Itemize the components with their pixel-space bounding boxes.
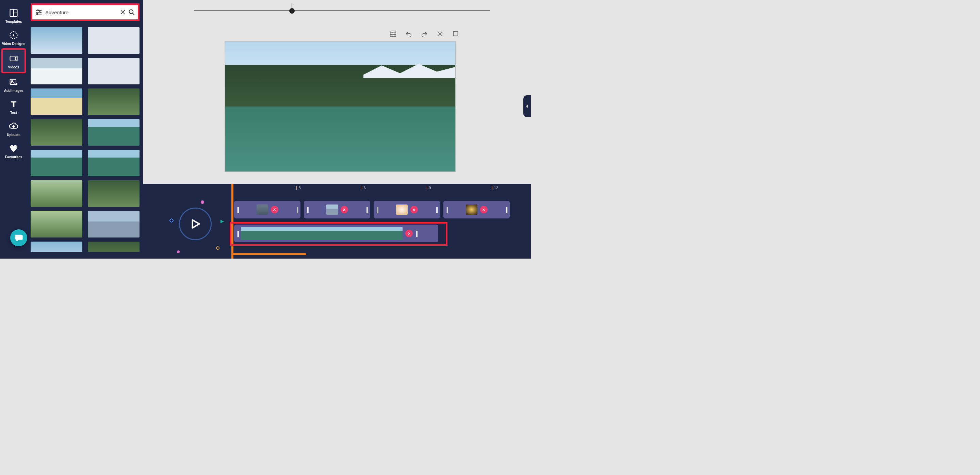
redo-icon[interactable]	[421, 30, 428, 37]
search-icon[interactable]	[128, 9, 135, 16]
timeline-clip[interactable]: ||||	[234, 225, 438, 242]
timeline-clip[interactable]: ||||	[443, 201, 510, 218]
sidebar-item-video-designs[interactable]: Video Designs	[2, 26, 26, 48]
clip-handle-left[interactable]: ||	[307, 206, 308, 214]
video-thumbnail[interactable]	[30, 119, 82, 146]
filter-icon[interactable]	[35, 8, 43, 16]
ruler-mark: 3	[298, 186, 301, 190]
sidebar-item-label: Add Images	[4, 89, 24, 92]
time-scrubber[interactable]	[194, 10, 490, 11]
templates-icon	[9, 8, 18, 18]
clip-handle-right[interactable]: ||	[296, 206, 298, 214]
svg-marker-34	[192, 220, 199, 228]
clip-frame	[370, 227, 402, 240]
heart-icon	[9, 144, 18, 153]
video-thumbnail[interactable]	[30, 150, 82, 176]
clip-handle-left[interactable]: ||	[446, 206, 447, 214]
clip-handle-right[interactable]: ||	[436, 206, 437, 214]
sidebar-item-label: Text	[10, 111, 17, 115]
timeline-clip[interactable]: ||||	[304, 201, 370, 218]
video-thumbnail[interactable]	[30, 241, 82, 252]
grid-icon[interactable]	[389, 30, 397, 37]
canvas-area	[143, 0, 531, 184]
time-scrubber-knob[interactable]	[292, 3, 292, 10]
video-thumbnail[interactable]	[88, 119, 140, 146]
clip-handle-left[interactable]: ||	[376, 206, 378, 214]
video-thumbnail[interactable]	[88, 150, 140, 176]
clip-delete-button[interactable]	[405, 230, 413, 237]
sidebar-item-templates[interactable]: Templates	[2, 4, 26, 26]
svg-point-14	[39, 11, 40, 13]
text-icon	[9, 99, 18, 109]
search-bar	[30, 3, 140, 21]
sidebar-item-add-images[interactable]: Add Images	[2, 73, 26, 95]
video-thumbnail[interactable]	[88, 211, 140, 237]
sidebar-item-uploads[interactable]: Uploads	[2, 118, 26, 140]
svg-point-32	[177, 250, 180, 253]
clip-delete-button[interactable]	[480, 206, 488, 213]
svg-point-16	[37, 14, 38, 15]
video-thumbnail[interactable]	[88, 89, 140, 115]
svg-rect-21	[390, 31, 396, 37]
clip-delete-button[interactable]	[410, 206, 418, 213]
clip-handle-right[interactable]: ||	[366, 206, 368, 214]
video-thumbnail[interactable]	[88, 58, 140, 84]
svg-rect-29	[201, 200, 204, 204]
stop-icon[interactable]	[452, 30, 460, 37]
close-icon[interactable]	[436, 30, 444, 37]
search-input[interactable]	[43, 10, 118, 15]
video-thumbnail[interactable]	[88, 241, 140, 252]
video-designs-icon	[9, 30, 18, 40]
timeline-playhead[interactable]	[231, 184, 234, 259]
ruler-mark: 12	[494, 186, 498, 190]
sidebar-item-label: Video Designs	[2, 42, 25, 46]
play-button[interactable]	[179, 208, 212, 240]
clip-handle-right[interactable]: ||	[506, 206, 507, 214]
timeline-clip[interactable]: ||||	[374, 201, 440, 218]
play-controls	[163, 197, 224, 259]
sidebar-item-favourites[interactable]: Favourites	[2, 140, 26, 162]
video-thumbnail[interactable]	[30, 27, 82, 54]
clip-thumbnail	[256, 205, 268, 215]
clip-handle-left[interactable]: ||	[237, 230, 238, 237]
svg-marker-31	[221, 220, 224, 223]
video-thumbnail[interactable]	[30, 211, 82, 237]
canvas-toolbar	[389, 30, 460, 37]
video-thumbnail-grid	[30, 27, 140, 252]
clip-frame	[338, 227, 370, 240]
svg-point-19	[129, 10, 134, 14]
chat-support-button[interactable]	[10, 229, 27, 246]
svg-rect-5	[10, 56, 15, 61]
clip-handle-right[interactable]: ||	[415, 230, 417, 237]
video-thumbnail[interactable]	[30, 58, 82, 84]
svg-rect-28	[453, 32, 458, 36]
ruler-mark: 9	[429, 186, 431, 190]
timeline-scrollbar[interactable]	[231, 253, 306, 255]
clip-delete-button[interactable]	[271, 206, 278, 213]
sidebar-item-label: Templates	[5, 20, 22, 24]
canvas-preview[interactable]	[224, 41, 456, 172]
clip-thumbnail	[466, 205, 477, 215]
right-panel-expand-button[interactable]	[523, 95, 531, 117]
video-thumbnail[interactable]	[30, 180, 82, 207]
timeline-ruler[interactable]: 36912	[231, 186, 527, 192]
sidebar-item-label: Favourites	[5, 155, 22, 159]
sidebar-item-text[interactable]: Text	[2, 95, 26, 118]
left-sidebar: Templates Video Designs Videos Add Image…	[0, 0, 27, 259]
undo-icon[interactable]	[405, 30, 412, 37]
video-thumbnail[interactable]	[88, 27, 140, 54]
clip-handle-left[interactable]: ||	[237, 206, 238, 214]
svg-line-20	[133, 13, 134, 15]
timeline-clip[interactable]: ||||	[234, 201, 301, 218]
video-thumbnail[interactable]	[88, 180, 140, 207]
video-thumbnail[interactable]	[30, 89, 82, 115]
add-images-icon	[9, 77, 18, 87]
sidebar-item-videos[interactable]: Videos	[2, 48, 26, 73]
clip-frame	[241, 227, 273, 240]
ruler-mark: 6	[364, 186, 366, 190]
svg-marker-4	[13, 34, 15, 37]
sidebar-item-label: Uploads	[7, 133, 20, 137]
clear-icon[interactable]	[119, 9, 126, 16]
clip-thumbnail	[326, 205, 338, 215]
clip-delete-button[interactable]	[340, 206, 348, 213]
